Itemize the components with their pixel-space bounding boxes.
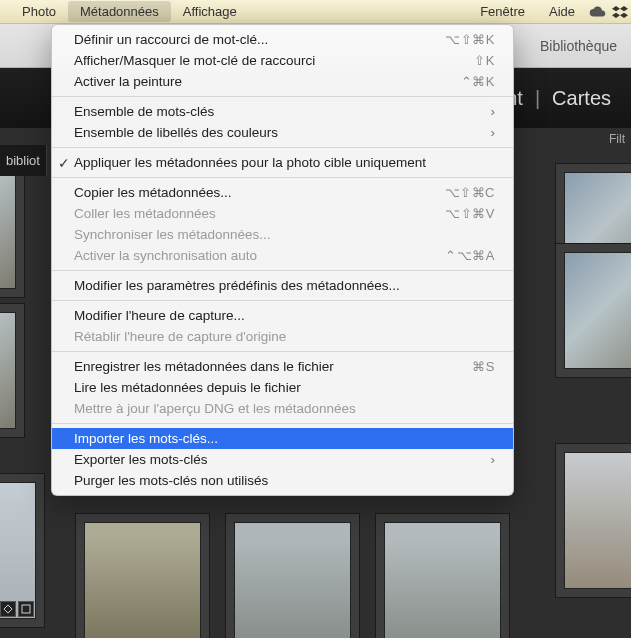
- menu-item-label: Ensemble de mots-clés: [74, 104, 483, 119]
- menu-item-label: Rétablir l'heure de capture d'origine: [74, 329, 495, 344]
- shortcut-label: ⌃⌘K: [461, 74, 495, 89]
- menu-item-label: Activer la synchronisation auto: [74, 248, 445, 263]
- svg-rect-1: [22, 605, 30, 613]
- shortcut-label: ⇧K: [474, 53, 495, 68]
- menu-item-label: Coller les métadonnées: [74, 206, 445, 221]
- menu-item: Coller les métadonnées⌥⇧⌘V: [52, 203, 513, 224]
- keyword-badge-icon: [18, 601, 34, 617]
- menubar: Photo Métadonnées Affichage Fenêtre Aide: [0, 0, 631, 24]
- menu-item[interactable]: Exporter les mots-clés›: [52, 449, 513, 470]
- menu-window[interactable]: Fenêtre: [468, 1, 537, 22]
- menu-item-label: Copier les métadonnées...: [74, 185, 445, 200]
- menu-item-label: Appliquer les métadonnées pour la photo …: [74, 155, 495, 170]
- thumbnail[interactable]: [225, 513, 360, 638]
- menu-item-label: Ensemble de libellés des couleurs: [74, 125, 483, 140]
- checkmark-icon: ✓: [58, 155, 70, 171]
- menu-item[interactable]: Enregistrer les métadonnées dans le fich…: [52, 356, 513, 377]
- thumbnail[interactable]: 16: [555, 443, 631, 598]
- menu-item-label: Modifier les paramètres prédéfinis des m…: [74, 278, 495, 293]
- menu-item[interactable]: Lire les métadonnées depuis le fichier: [52, 377, 513, 398]
- menu-item[interactable]: Modifier les paramètres prédéfinis des m…: [52, 275, 513, 296]
- menu-help[interactable]: Aide: [537, 1, 587, 22]
- menu-item: Synchroniser les métadonnées...: [52, 224, 513, 245]
- shortcut-label: ⌥⇧⌘C: [445, 185, 495, 200]
- shortcut-label: ⌥⇧⌘K: [445, 32, 495, 47]
- metadata-menu: Définir un raccourci de mot-clé...⌥⇧⌘KAf…: [51, 24, 514, 496]
- menu-item[interactable]: Définir un raccourci de mot-clé...⌥⇧⌘K: [52, 29, 513, 50]
- mode-map[interactable]: Cartes: [552, 87, 611, 110]
- separator: |: [535, 87, 540, 110]
- menu-item[interactable]: Purger les mots-clés non utilisés: [52, 470, 513, 491]
- menu-item-label: Définir un raccourci de mot-clé...: [74, 32, 445, 47]
- menu-item-label: Importer les mots-clés...: [74, 431, 495, 446]
- filter-label[interactable]: Filt: [609, 132, 625, 146]
- menu-item[interactable]: Ensemble de libellés des couleurs›: [52, 122, 513, 143]
- menu-item[interactable]: ✓Appliquer les métadonnées pour la photo…: [52, 152, 513, 173]
- menu-item-label: Purger les mots-clés non utilisés: [74, 473, 495, 488]
- menu-item: Mettre à jour l'aperçu DNG et les métado…: [52, 398, 513, 419]
- shortcut-label: ⌘S: [472, 359, 495, 374]
- chevron-right-icon: ›: [491, 104, 496, 119]
- metadata-badge-icon: [0, 601, 16, 617]
- menu-item[interactable]: Importer les mots-clés...: [52, 428, 513, 449]
- module-library[interactable]: Bibliothèque: [536, 38, 621, 54]
- menu-item[interactable]: Afficher/Masquer le mot-clé de raccourci…: [52, 50, 513, 71]
- menu-item-label: Modifier l'heure de capture...: [74, 308, 495, 323]
- menu-photo[interactable]: Photo: [10, 1, 68, 22]
- shortcut-label: ⌃⌥⌘A: [445, 248, 495, 263]
- menu-item: Activer la synchronisation auto⌃⌥⌘A: [52, 245, 513, 266]
- thumbnail[interactable]: [375, 513, 510, 638]
- menu-item-label: Enregistrer les métadonnées dans le fich…: [74, 359, 472, 374]
- menu-item-label: Synchroniser les métadonnées...: [74, 227, 495, 242]
- thumbnail[interactable]: [0, 303, 25, 438]
- menu-view[interactable]: Affichage: [171, 1, 249, 22]
- cloud-icon[interactable]: [587, 1, 609, 23]
- thumbnail[interactable]: [0, 163, 25, 298]
- menu-item-label: Afficher/Masquer le mot-clé de raccourci: [74, 53, 474, 68]
- left-panel-tab[interactable]: bibliot: [0, 145, 47, 176]
- menu-item[interactable]: Ensemble de mots-clés›: [52, 101, 513, 122]
- dropbox-icon[interactable]: [609, 1, 631, 23]
- menu-item-label: Mettre à jour l'aperçu DNG et les métado…: [74, 401, 495, 416]
- menu-item-label: Exporter les mots-clés: [74, 452, 483, 467]
- chevron-right-icon: ›: [491, 452, 496, 467]
- thumbnail[interactable]: 12: [555, 243, 631, 378]
- menu-item: Rétablir l'heure de capture d'origine: [52, 326, 513, 347]
- shortcut-label: ⌥⇧⌘V: [445, 206, 495, 221]
- menu-metadata[interactable]: Métadonnées: [68, 1, 171, 22]
- menu-item[interactable]: Activer la peinture⌃⌘K: [52, 71, 513, 92]
- thumbnail[interactable]: [75, 513, 210, 638]
- menu-item-label: Lire les métadonnées depuis le fichier: [74, 380, 495, 395]
- chevron-right-icon: ›: [491, 125, 496, 140]
- menu-item-label: Activer la peinture: [74, 74, 461, 89]
- menu-item[interactable]: Modifier l'heure de capture...: [52, 305, 513, 326]
- thumbnail[interactable]: [0, 473, 45, 628]
- menu-item[interactable]: Copier les métadonnées...⌥⇧⌘C: [52, 182, 513, 203]
